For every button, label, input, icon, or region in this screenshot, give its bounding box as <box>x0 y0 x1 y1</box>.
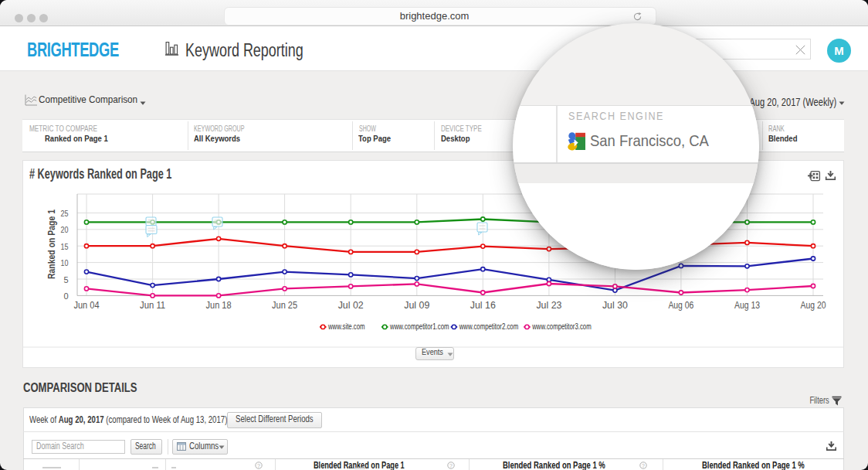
svg-text:Jul 30: Jul 30 <box>602 300 628 311</box>
svg-text:www.competitor3.com: www.competitor3.com <box>531 322 591 331</box>
svg-text:Aug 20: Aug 20 <box>801 300 826 311</box>
svg-text:20: 20 <box>61 225 69 234</box>
svg-text:www.competitor2.com: www.competitor2.com <box>459 322 518 331</box>
svg-text:Jun 04: Jun 04 <box>74 300 100 311</box>
svg-text:10: 10 <box>61 258 69 267</box>
svg-text:Jul 23: Jul 23 <box>536 300 561 311</box>
svg-text:www.site.com: www.site.com <box>327 322 364 331</box>
svg-text:?: ? <box>449 463 453 468</box>
svg-text:Aug 06: Aug 06 <box>668 300 693 311</box>
svg-text:Ranked on Page 1: Ranked on Page 1 <box>46 209 57 279</box>
svg-text:5: 5 <box>63 275 68 284</box>
svg-text:?: ? <box>642 463 645 468</box>
svg-text:Jul 09: Jul 09 <box>404 300 429 311</box>
svg-text:Jul 16: Jul 16 <box>470 300 496 311</box>
svg-text:Jun 11: Jun 11 <box>140 300 165 311</box>
svg-text:Jun 25: Jun 25 <box>272 300 297 311</box>
svg-text:Aug 13: Aug 13 <box>734 300 760 311</box>
svg-text:www.competitor1.com: www.competitor1.com <box>389 322 449 331</box>
svg-text:15: 15 <box>61 242 69 251</box>
svg-text:25: 25 <box>61 209 69 218</box>
svg-text:0: 0 <box>63 291 68 301</box>
svg-text:?: ? <box>257 463 260 468</box>
svg-text:Jun 18: Jun 18 <box>206 300 232 311</box>
svg-text:Jul 02: Jul 02 <box>338 300 364 311</box>
